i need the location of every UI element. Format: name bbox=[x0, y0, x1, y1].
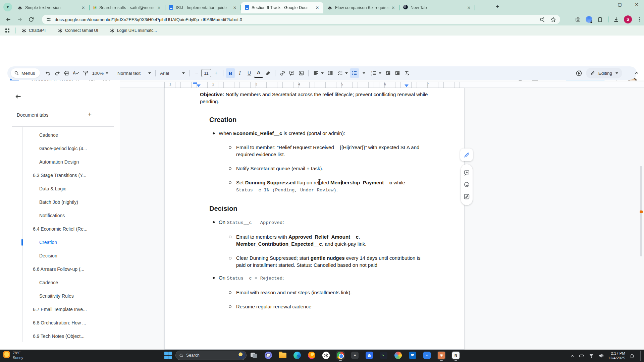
sidebar-item-sensitivity-rules[interactable]: Sensitivity Rules bbox=[0, 289, 120, 303]
extensions-icon[interactable] bbox=[597, 16, 603, 22]
tab-close-icon[interactable]: ✕ bbox=[231, 5, 238, 11]
sidebar-item-cadence[interactable]: Cadence bbox=[0, 276, 120, 289]
bulleted-list-caret[interactable] bbox=[359, 68, 369, 78]
document-page[interactable]: Objective: Notify members and Secretaria… bbox=[164, 88, 465, 350]
taskbar-terminal-icon[interactable]: >_ bbox=[379, 351, 388, 360]
bookmark-star-icon[interactable] bbox=[550, 17, 556, 22]
checklist-button[interactable] bbox=[335, 68, 350, 78]
browser-menu-icon[interactable] bbox=[637, 17, 642, 22]
first-line-indent-marker[interactable] bbox=[193, 82, 197, 84]
sidebar-item-data-logic[interactable]: Data & Logic bbox=[0, 182, 120, 195]
editing-mode-select[interactable]: Editing bbox=[586, 68, 622, 78]
notifications-bell-icon[interactable] bbox=[630, 353, 635, 358]
sidebar-item-6-8-orchestration-how[interactable]: 6.8 Orchestration: How ... bbox=[0, 316, 120, 329]
taskbar-photos-icon[interactable]: ◍ bbox=[365, 351, 374, 360]
tray-onedrive-icon[interactable] bbox=[579, 353, 584, 358]
decrease-indent-icon[interactable] bbox=[383, 68, 393, 78]
show-desktop-button[interactable] bbox=[640, 351, 641, 361]
address-bar[interactable]: docs.google.com/document/d/1jkdXn2EE3q0X… bbox=[42, 15, 560, 24]
taskbar-claude-icon[interactable]: ✳ bbox=[437, 351, 446, 360]
apps-grid-icon[interactable] bbox=[5, 28, 10, 33]
spell-check-icon[interactable]: A bbox=[71, 68, 81, 78]
browser-tab-6[interactable]: New Tab✕ bbox=[399, 2, 475, 13]
taskbar-weather-widget[interactable]: 78°F Sunny bbox=[3, 351, 23, 360]
left-indent-marker[interactable] bbox=[197, 84, 201, 87]
sidebar-item-6-3-stage-transitions-y[interactable]: 6.3 Stage Transitions (Y... bbox=[0, 169, 120, 182]
start-button[interactable] bbox=[164, 351, 172, 360]
taskbar-vscode-icon[interactable]: ‹› bbox=[423, 351, 431, 360]
document-scrollbar[interactable] bbox=[640, 80, 643, 350]
taskbar-chrome-icon[interactable] bbox=[336, 351, 345, 360]
insert-link-icon[interactable] bbox=[278, 68, 287, 78]
browser-tab-5[interactable]: Flow comparison 6.x requireme✕ bbox=[323, 2, 399, 13]
forward-icon[interactable] bbox=[14, 16, 25, 22]
bookmark-item-2[interactable]: Connect Gmail UI bbox=[58, 28, 98, 33]
screenshot-camera-icon[interactable] bbox=[575, 16, 581, 22]
tray-volume-icon[interactable] bbox=[598, 353, 604, 358]
back-icon[interactable] bbox=[3, 16, 14, 22]
present-play-icon[interactable] bbox=[575, 69, 583, 77]
taskbar-clock[interactable]: 2:17 PM 12/4/2025 bbox=[608, 351, 625, 360]
taskbar-task-view-icon[interactable] bbox=[250, 351, 258, 360]
sidebar-item-6-7-email-template-inve[interactable]: 6.7 Email Template Inve... bbox=[0, 303, 120, 316]
margin-add-comment-icon[interactable] bbox=[464, 170, 470, 176]
taskbar-paint-icon[interactable] bbox=[394, 351, 402, 360]
font-select[interactable]: Arial bbox=[158, 68, 187, 78]
font-size-field[interactable]: 11 bbox=[201, 69, 211, 77]
sidebar-item-6-4-economic-relief-re[interactable]: 6.4 Economic Relief (Re... bbox=[0, 222, 120, 236]
menus-search-button[interactable]: Menus bbox=[11, 68, 40, 78]
text-color-button[interactable]: A bbox=[254, 68, 263, 78]
taskbar-file-explorer-icon[interactable] bbox=[278, 351, 287, 360]
taskbar-edge-icon[interactable] bbox=[293, 351, 302, 360]
numbered-list-button[interactable]: 12 bbox=[369, 68, 383, 78]
sidebar-back-icon[interactable] bbox=[15, 93, 21, 100]
bookmark-item-1[interactable]: ChatGPT bbox=[21, 28, 46, 33]
taskbar-notepad-icon[interactable]: ≡ bbox=[351, 351, 359, 360]
downloads-icon[interactable] bbox=[613, 16, 619, 22]
tab-close-icon[interactable]: ✕ bbox=[466, 5, 472, 11]
align-button[interactable] bbox=[311, 68, 326, 78]
taskbar-firefox-icon[interactable] bbox=[307, 351, 316, 360]
taskbar-mail-icon[interactable]: ✉ bbox=[408, 351, 417, 360]
sidebar-item-6-6-arrears-follow-up[interactable]: 6.6 Arrears Follow-up (... bbox=[0, 262, 120, 276]
sidebar-item-batch-job-nightly[interactable]: Batch Job (nightly) bbox=[0, 195, 120, 209]
taskbar-chatgpt-icon[interactable] bbox=[322, 351, 330, 360]
window-maximize-button[interactable]: ▢ bbox=[615, 2, 625, 7]
font-size-decrease-icon[interactable]: − bbox=[192, 68, 201, 78]
tray-hidden-icons-chevron[interactable] bbox=[570, 354, 575, 358]
tab-search-icon[interactable]: ▾ bbox=[3, 3, 12, 11]
sidebar-item-automation-design[interactable]: Automation Design bbox=[0, 155, 120, 169]
increase-indent-icon[interactable] bbox=[393, 68, 402, 78]
margin-edit-pencil-button[interactable] bbox=[460, 148, 473, 161]
browser-profile-avatar[interactable]: S bbox=[624, 15, 632, 23]
italic-button[interactable]: I bbox=[235, 68, 245, 78]
highlight-button[interactable] bbox=[263, 68, 273, 78]
underline-button[interactable]: U bbox=[245, 68, 254, 78]
taskbar-chat-icon[interactable]: 💬 bbox=[264, 351, 273, 360]
bold-button[interactable]: B bbox=[226, 68, 235, 78]
tab-close-icon[interactable]: ✕ bbox=[314, 5, 321, 11]
margin-suggest-edit-icon[interactable] bbox=[464, 193, 470, 200]
browser-tab-4[interactable]: Section 6 Track - Google Docs✕ bbox=[241, 2, 323, 13]
line-spacing-icon[interactable] bbox=[326, 68, 335, 78]
browser-tab-2[interactable]: MSearch results - saiful@moment✕ bbox=[89, 2, 165, 13]
print-icon[interactable] bbox=[62, 68, 71, 78]
add-tab-icon[interactable]: + bbox=[88, 111, 92, 118]
site-info-icon[interactable] bbox=[46, 17, 51, 22]
tab-close-icon[interactable]: ✕ bbox=[80, 5, 87, 11]
sidebar-item-notifications[interactable]: Notifications bbox=[0, 209, 120, 222]
sidebar-item-cadence[interactable]: Cadence bbox=[0, 128, 120, 142]
font-size-increase-icon[interactable]: + bbox=[211, 68, 221, 78]
undo-icon[interactable] bbox=[43, 68, 53, 78]
window-close-button[interactable]: ✕ bbox=[632, 2, 641, 7]
tab-close-icon[interactable]: ✕ bbox=[156, 5, 162, 11]
hide-menus-chevron-icon[interactable] bbox=[634, 70, 639, 76]
taskbar-search-box[interactable]: Search bbox=[175, 351, 247, 360]
insert-image-icon[interactable] bbox=[297, 68, 306, 78]
sidebar-item-creation[interactable]: Creation bbox=[0, 236, 120, 249]
bulleted-list-button[interactable] bbox=[350, 68, 359, 78]
sidebar-item-6-9-tech-notes-object[interactable]: 6.9 Tech Notes (Object... bbox=[0, 329, 120, 343]
margin-emoji-icon[interactable] bbox=[464, 181, 470, 188]
sidebar-item-grace-period-logic-4[interactable]: Grace-period logic (4... bbox=[0, 142, 120, 155]
browser-tab-1[interactable]: Simple text version✕ bbox=[13, 2, 89, 13]
